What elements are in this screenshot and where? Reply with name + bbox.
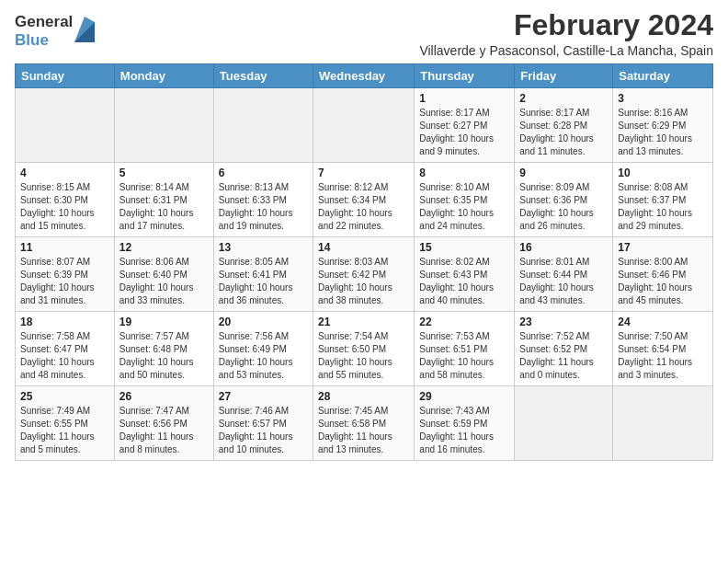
day-info: Daylight: 10 hours and 36 minutes. [219,282,308,307]
day-number: 4 [20,167,109,179]
day-info: Sunrise: 8:13 AM [219,181,308,194]
day-info: Sunset: 6:48 PM [119,343,209,356]
day-info: Daylight: 10 hours and 9 minutes. [419,132,509,158]
day-info: Sunrise: 7:47 AM [119,405,209,418]
day-info: Daylight: 11 hours and 3 minutes. [618,356,708,382]
calendar-cell: 6Sunrise: 8:13 AMSunset: 6:33 PMDaylight… [213,163,313,237]
calendar-body: 1Sunrise: 8:17 AMSunset: 6:27 PMDaylight… [16,88,713,461]
calendar-cell: 16Sunrise: 8:01 AMSunset: 6:44 PMDayligh… [515,237,613,312]
day-info: Sunrise: 8:17 AM [519,107,608,120]
day-info: Sunset: 6:40 PM [119,269,209,282]
day-number: 8 [419,167,509,179]
col-thursday: Thursday [415,64,515,88]
main-title: February 2024 [419,9,713,41]
day-info: Sunrise: 8:03 AM [318,256,409,269]
logo-general: General [15,13,73,31]
day-info: Sunrise: 7:46 AM [219,405,308,418]
calendar-cell: 18Sunrise: 7:58 AMSunset: 6:47 PMDayligh… [16,312,115,386]
col-saturday: Saturday [613,64,713,88]
day-info: Sunrise: 8:10 AM [419,181,509,194]
day-info: Sunset: 6:50 PM [318,343,409,356]
day-info: Daylight: 10 hours and 50 minutes. [119,356,209,382]
day-info: Sunrise: 7:54 AM [318,330,409,343]
calendar-cell: 12Sunrise: 8:06 AMSunset: 6:40 PMDayligh… [114,237,213,312]
calendar-cell [613,386,713,461]
day-info: Daylight: 10 hours and 22 minutes. [318,207,409,233]
day-number: 27 [219,390,308,403]
day-info: Sunset: 6:46 PM [618,269,708,282]
calendar-cell: 28Sunrise: 7:45 AMSunset: 6:58 PMDayligh… [313,386,415,461]
calendar-cell: 11Sunrise: 8:07 AMSunset: 6:39 PMDayligh… [16,237,115,312]
day-info: Daylight: 11 hours and 13 minutes. [318,431,409,456]
day-info: Sunrise: 7:56 AM [219,330,308,343]
calendar-cell: 29Sunrise: 7:43 AMSunset: 6:59 PMDayligh… [415,386,515,461]
calendar-cell: 3Sunrise: 8:16 AMSunset: 6:29 PMDaylight… [613,88,713,163]
day-info: Sunset: 6:57 PM [219,418,308,431]
title-area: February 2024 Villaverde y Pasaconsol, C… [419,9,713,58]
day-number: 18 [20,316,109,328]
day-number: 19 [119,316,209,328]
day-info: Daylight: 10 hours and 15 minutes. [20,207,109,233]
calendar-cell: 25Sunrise: 7:49 AMSunset: 6:55 PMDayligh… [16,386,115,461]
day-number: 5 [119,167,209,179]
calendar-cell [213,88,313,163]
calendar-header: Sunday Monday Tuesday Wednesday Thursday… [16,64,713,88]
calendar-cell [16,88,115,163]
day-info: Sunrise: 8:05 AM [219,256,308,269]
day-number: 12 [119,241,209,254]
day-info: Sunrise: 8:12 AM [318,181,409,194]
day-info: Daylight: 10 hours and 13 minutes. [618,132,708,158]
day-info: Sunrise: 7:45 AM [318,405,409,418]
day-info: Sunrise: 7:50 AM [618,330,708,343]
calendar-cell: 10Sunrise: 8:08 AMSunset: 6:37 PMDayligh… [613,163,713,237]
day-info: Sunrise: 8:15 AM [20,181,109,194]
day-info: Sunset: 6:51 PM [419,343,509,356]
logo-blue: Blue [15,31,73,50]
day-number: 10 [618,167,708,179]
day-info: Sunrise: 8:06 AM [119,256,209,269]
day-info: Sunrise: 7:43 AM [419,405,509,418]
day-number: 22 [419,316,509,328]
page: General Blue February 2024 Villaverde y … [0,0,728,563]
calendar-cell: 13Sunrise: 8:05 AMSunset: 6:41 PMDayligh… [213,237,313,312]
day-info: Sunrise: 8:17 AM [419,107,509,120]
day-number: 9 [519,167,608,179]
day-number: 29 [419,390,509,403]
day-info: Sunset: 6:33 PM [219,194,308,207]
calendar-cell: 26Sunrise: 7:47 AMSunset: 6:56 PMDayligh… [114,386,213,461]
calendar-cell [515,386,613,461]
day-number: 24 [618,316,708,328]
day-number: 23 [519,316,608,328]
day-info: Sunset: 6:56 PM [119,418,209,431]
calendar-week-3: 11Sunrise: 8:07 AMSunset: 6:39 PMDayligh… [16,237,713,312]
day-info: Sunrise: 7:57 AM [119,330,209,343]
day-number: 6 [219,167,308,179]
day-info: Sunset: 6:58 PM [318,418,409,431]
calendar-cell: 8Sunrise: 8:10 AMSunset: 6:35 PMDaylight… [415,163,515,237]
day-info: Sunset: 6:29 PM [618,120,708,132]
day-info: Daylight: 10 hours and 26 minutes. [519,207,608,233]
calendar-cell: 14Sunrise: 8:03 AMSunset: 6:42 PMDayligh… [313,237,415,312]
calendar-cell: 20Sunrise: 7:56 AMSunset: 6:49 PMDayligh… [213,312,313,386]
day-info: Daylight: 10 hours and 48 minutes. [20,356,109,382]
calendar-week-1: 1Sunrise: 8:17 AMSunset: 6:27 PMDaylight… [16,88,713,163]
day-info: Sunrise: 8:16 AM [618,107,708,120]
day-info: Daylight: 11 hours and 16 minutes. [419,431,509,456]
day-info: Daylight: 10 hours and 40 minutes. [419,282,509,307]
col-tuesday: Tuesday [213,64,313,88]
calendar-cell: 27Sunrise: 7:46 AMSunset: 6:57 PMDayligh… [213,386,313,461]
day-number: 13 [219,241,308,254]
calendar-cell: 2Sunrise: 8:17 AMSunset: 6:28 PMDaylight… [515,88,613,163]
day-info: Sunrise: 7:52 AM [519,330,608,343]
day-info: Daylight: 10 hours and 58 minutes. [419,356,509,382]
col-monday: Monday [114,64,213,88]
day-info: Sunset: 6:54 PM [618,343,708,356]
subtitle: Villaverde y Pasaconsol, Castille-La Man… [419,43,713,58]
day-number: 20 [219,316,308,328]
day-info: Sunrise: 8:14 AM [119,181,209,194]
day-info: Sunrise: 8:08 AM [618,181,708,194]
day-info: Daylight: 11 hours and 0 minutes. [519,356,608,382]
day-info: Sunset: 6:34 PM [318,194,409,207]
day-info: Sunrise: 7:49 AM [20,405,109,418]
day-info: Sunrise: 8:09 AM [519,181,608,194]
